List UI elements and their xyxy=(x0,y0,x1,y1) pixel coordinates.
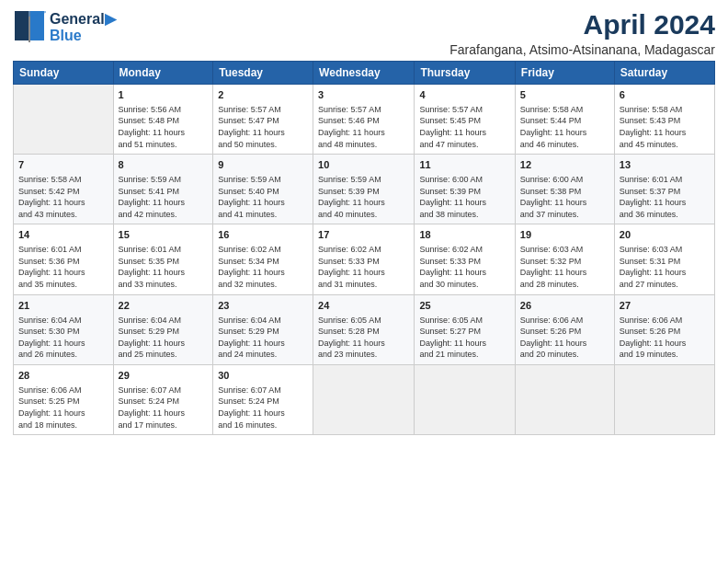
day-info: Sunrise: 6:03 AMSunset: 5:31 PMDaylight:… xyxy=(620,244,710,290)
day-number: 14 xyxy=(18,228,108,242)
day-cell: 4Sunrise: 5:57 AMSunset: 5:45 PMDaylight… xyxy=(415,85,515,155)
logo: General▶ Blue xyxy=(13,9,116,46)
day-number: 7 xyxy=(18,158,108,172)
day-info: Sunrise: 6:07 AMSunset: 5:24 PMDaylight:… xyxy=(218,385,308,431)
day-number: 2 xyxy=(218,88,308,102)
day-info: Sunrise: 6:02 AMSunset: 5:33 PMDaylight:… xyxy=(419,244,509,290)
day-cell: 17Sunrise: 6:02 AMSunset: 5:33 PMDayligh… xyxy=(313,224,415,294)
day-number: 11 xyxy=(419,158,509,172)
day-cell: 1Sunrise: 5:56 AMSunset: 5:48 PMDaylight… xyxy=(113,85,213,155)
page: General▶ Blue April 2024 Farafangana, At… xyxy=(0,0,728,563)
day-cell: 14Sunrise: 6:01 AMSunset: 5:36 PMDayligh… xyxy=(14,224,114,294)
day-info: Sunrise: 6:04 AMSunset: 5:30 PMDaylight:… xyxy=(18,315,108,361)
day-info: Sunrise: 6:07 AMSunset: 5:24 PMDaylight:… xyxy=(119,385,209,431)
day-number: 15 xyxy=(119,228,209,242)
day-info: Sunrise: 5:57 AMSunset: 5:45 PMDaylight:… xyxy=(419,104,509,150)
day-cell: 8Sunrise: 5:59 AMSunset: 5:41 PMDaylight… xyxy=(113,155,213,224)
day-info: Sunrise: 6:00 AMSunset: 5:39 PMDaylight:… xyxy=(419,174,509,220)
day-number: 30 xyxy=(218,369,308,383)
title-block: April 2024 Farafangana, Atsimo-Atsinanan… xyxy=(449,9,715,57)
day-cell: 9Sunrise: 5:59 AMSunset: 5:40 PMDaylight… xyxy=(213,155,313,224)
day-cell xyxy=(313,364,415,434)
day-number: 19 xyxy=(520,228,609,242)
day-info: Sunrise: 6:03 AMSunset: 5:32 PMDaylight:… xyxy=(520,244,609,290)
logo-line1: General▶ xyxy=(50,11,116,28)
day-cell: 19Sunrise: 6:03 AMSunset: 5:32 PMDayligh… xyxy=(515,224,614,294)
day-info: Sunrise: 6:00 AMSunset: 5:38 PMDaylight:… xyxy=(520,174,609,220)
col-header-wednesday: Wednesday xyxy=(313,62,415,85)
week-row-4: 21Sunrise: 6:04 AMSunset: 5:30 PMDayligh… xyxy=(14,294,715,364)
day-info: Sunrise: 5:58 AMSunset: 5:44 PMDaylight:… xyxy=(520,104,609,150)
day-cell: 18Sunrise: 6:02 AMSunset: 5:33 PMDayligh… xyxy=(415,224,515,294)
day-number: 21 xyxy=(18,299,108,313)
day-number: 12 xyxy=(520,158,609,172)
col-header-tuesday: Tuesday xyxy=(213,62,313,85)
day-cell: 5Sunrise: 5:58 AMSunset: 5:44 PMDaylight… xyxy=(515,85,614,155)
day-cell: 20Sunrise: 6:03 AMSunset: 5:31 PMDayligh… xyxy=(614,224,714,294)
svg-rect-1 xyxy=(15,11,28,40)
day-info: Sunrise: 5:57 AMSunset: 5:46 PMDaylight:… xyxy=(318,104,409,150)
day-number: 5 xyxy=(520,88,609,102)
day-info: Sunrise: 6:02 AMSunset: 5:33 PMDaylight:… xyxy=(318,244,409,290)
day-info: Sunrise: 6:06 AMSunset: 5:25 PMDaylight:… xyxy=(18,385,108,431)
day-info: Sunrise: 6:01 AMSunset: 5:37 PMDaylight:… xyxy=(620,174,710,220)
day-cell: 15Sunrise: 6:01 AMSunset: 5:35 PMDayligh… xyxy=(113,224,213,294)
day-cell: 28Sunrise: 6:06 AMSunset: 5:25 PMDayligh… xyxy=(14,364,114,434)
day-number: 6 xyxy=(620,88,710,102)
day-info: Sunrise: 6:04 AMSunset: 5:29 PMDaylight:… xyxy=(218,315,308,361)
day-cell: 22Sunrise: 6:04 AMSunset: 5:29 PMDayligh… xyxy=(113,294,213,364)
day-cell: 25Sunrise: 6:05 AMSunset: 5:27 PMDayligh… xyxy=(415,294,515,364)
day-cell: 29Sunrise: 6:07 AMSunset: 5:24 PMDayligh… xyxy=(113,364,213,434)
col-header-sunday: Sunday xyxy=(14,62,114,85)
day-info: Sunrise: 5:57 AMSunset: 5:47 PMDaylight:… xyxy=(218,104,308,150)
day-number: 22 xyxy=(119,299,209,313)
col-header-monday: Monday xyxy=(113,62,213,85)
day-number: 9 xyxy=(218,158,308,172)
logo-line2: Blue xyxy=(50,28,116,44)
day-cell: 26Sunrise: 6:06 AMSunset: 5:26 PMDayligh… xyxy=(515,294,614,364)
calendar-table: SundayMondayTuesdayWednesdayThursdayFrid… xyxy=(13,61,715,435)
subtitle: Farafangana, Atsimo-Atsinanana, Madagasc… xyxy=(449,42,715,57)
col-header-thursday: Thursday xyxy=(415,62,515,85)
day-cell: 10Sunrise: 5:59 AMSunset: 5:39 PMDayligh… xyxy=(313,155,415,224)
day-number: 18 xyxy=(419,228,509,242)
day-cell: 12Sunrise: 6:00 AMSunset: 5:38 PMDayligh… xyxy=(515,155,614,224)
day-number: 10 xyxy=(318,158,409,172)
day-info: Sunrise: 5:56 AMSunset: 5:48 PMDaylight:… xyxy=(119,104,209,150)
main-title: April 2024 xyxy=(449,9,715,40)
day-cell xyxy=(614,364,714,434)
day-info: Sunrise: 6:04 AMSunset: 5:29 PMDaylight:… xyxy=(119,315,209,361)
day-number: 4 xyxy=(419,88,509,102)
day-number: 25 xyxy=(419,299,509,313)
day-cell: 11Sunrise: 6:00 AMSunset: 5:39 PMDayligh… xyxy=(415,155,515,224)
day-info: Sunrise: 5:58 AMSunset: 5:43 PMDaylight:… xyxy=(620,104,710,150)
day-info: Sunrise: 6:02 AMSunset: 5:34 PMDaylight:… xyxy=(218,244,308,290)
day-cell: 24Sunrise: 6:05 AMSunset: 5:28 PMDayligh… xyxy=(313,294,415,364)
day-number: 28 xyxy=(18,369,108,383)
day-number: 23 xyxy=(218,299,308,313)
day-cell xyxy=(515,364,614,434)
day-number: 1 xyxy=(119,88,209,102)
day-cell: 30Sunrise: 6:07 AMSunset: 5:24 PMDayligh… xyxy=(213,364,313,434)
day-number: 27 xyxy=(620,299,710,313)
day-number: 3 xyxy=(318,88,409,102)
day-cell: 21Sunrise: 6:04 AMSunset: 5:30 PMDayligh… xyxy=(14,294,114,364)
day-cell: 16Sunrise: 6:02 AMSunset: 5:34 PMDayligh… xyxy=(213,224,313,294)
week-row-2: 7Sunrise: 5:58 AMSunset: 5:42 PMDaylight… xyxy=(14,155,715,224)
week-row-3: 14Sunrise: 6:01 AMSunset: 5:36 PMDayligh… xyxy=(14,224,715,294)
day-number: 24 xyxy=(318,299,409,313)
day-cell: 3Sunrise: 5:57 AMSunset: 5:46 PMDaylight… xyxy=(313,85,415,155)
day-info: Sunrise: 5:59 AMSunset: 5:40 PMDaylight:… xyxy=(218,174,308,220)
day-cell: 7Sunrise: 5:58 AMSunset: 5:42 PMDaylight… xyxy=(14,155,114,224)
day-info: Sunrise: 5:59 AMSunset: 5:41 PMDaylight:… xyxy=(119,174,209,220)
day-cell xyxy=(14,85,114,155)
day-number: 13 xyxy=(620,158,710,172)
day-number: 26 xyxy=(520,299,609,313)
day-number: 16 xyxy=(218,228,308,242)
header: General▶ Blue April 2024 Farafangana, At… xyxy=(13,9,715,57)
day-info: Sunrise: 6:01 AMSunset: 5:36 PMDaylight:… xyxy=(18,244,108,290)
col-header-saturday: Saturday xyxy=(614,62,714,85)
day-info: Sunrise: 6:05 AMSunset: 5:27 PMDaylight:… xyxy=(419,315,509,361)
day-cell: 27Sunrise: 6:06 AMSunset: 5:26 PMDayligh… xyxy=(614,294,714,364)
day-cell: 23Sunrise: 6:04 AMSunset: 5:29 PMDayligh… xyxy=(213,294,313,364)
